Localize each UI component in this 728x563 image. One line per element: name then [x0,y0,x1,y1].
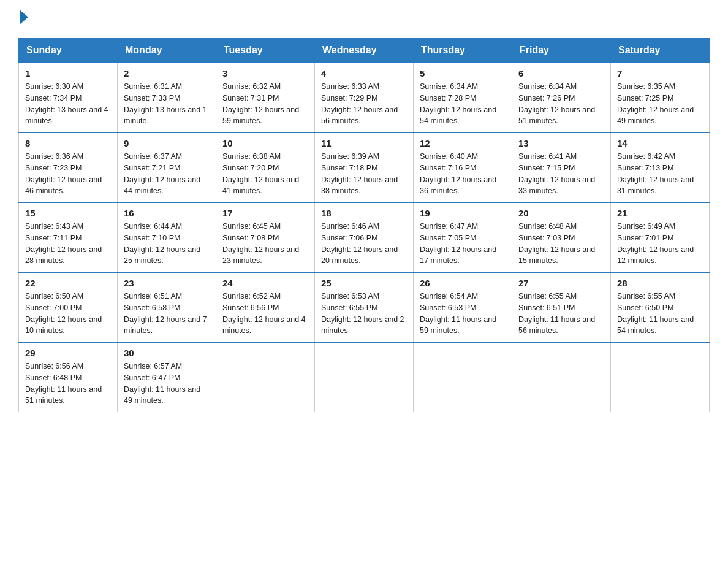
calendar-cell: 3Sunrise: 6:32 AMSunset: 7:31 PMDaylight… [216,63,315,132]
day-info: Sunrise: 6:51 AMSunset: 6:58 PMDaylight:… [124,291,210,337]
calendar-cell: 8Sunrise: 6:36 AMSunset: 7:23 PMDaylight… [19,132,118,202]
day-info: Sunrise: 6:54 AMSunset: 6:53 PMDaylight:… [420,291,506,337]
calendar-week-row: 29Sunrise: 6:56 AMSunset: 6:48 PMDayligh… [19,342,710,412]
calendar-cell [216,342,315,412]
calendar-week-row: 8Sunrise: 6:36 AMSunset: 7:23 PMDaylight… [19,132,710,202]
calendar-cell: 17Sunrise: 6:45 AMSunset: 7:08 PMDayligh… [216,202,315,272]
day-info: Sunrise: 6:43 AMSunset: 7:11 PMDaylight:… [25,221,111,267]
day-number: 5 [420,68,506,79]
calendar-table: SundayMondayTuesdayWednesdayThursdayFrid… [18,38,710,412]
day-number: 27 [518,278,604,288]
day-number: 14 [617,138,703,148]
calendar-cell: 20Sunrise: 6:48 AMSunset: 7:03 PMDayligh… [512,202,611,272]
calendar-week-row: 22Sunrise: 6:50 AMSunset: 7:00 PMDayligh… [19,272,710,342]
day-number: 2 [124,68,210,79]
day-number: 19 [420,208,506,218]
calendar-cell: 4Sunrise: 6:33 AMSunset: 7:29 PMDaylight… [315,63,414,132]
day-info: Sunrise: 6:47 AMSunset: 7:05 PMDaylight:… [420,221,506,267]
day-number: 22 [25,278,111,288]
day-number: 11 [321,138,407,148]
day-info: Sunrise: 6:31 AMSunset: 7:33 PMDaylight:… [124,81,210,127]
day-info: Sunrise: 6:38 AMSunset: 7:20 PMDaylight:… [222,151,308,197]
logo [18,12,28,26]
day-info: Sunrise: 6:45 AMSunset: 7:08 PMDaylight:… [222,221,308,267]
calendar-cell: 16Sunrise: 6:44 AMSunset: 7:10 PMDayligh… [118,202,216,272]
calendar-cell: 28Sunrise: 6:55 AMSunset: 6:50 PMDayligh… [611,272,710,342]
day-info: Sunrise: 6:57 AMSunset: 6:47 PMDaylight:… [124,361,210,407]
day-info: Sunrise: 6:37 AMSunset: 7:21 PMDaylight:… [124,151,210,197]
day-number: 17 [222,208,308,218]
calendar-cell: 15Sunrise: 6:43 AMSunset: 7:11 PMDayligh… [19,202,118,272]
calendar-cell: 26Sunrise: 6:54 AMSunset: 6:53 PMDayligh… [414,272,512,342]
calendar-header-thursday: Thursday [414,39,512,63]
day-info: Sunrise: 6:34 AMSunset: 7:26 PMDaylight:… [518,81,604,127]
day-info: Sunrise: 6:50 AMSunset: 7:00 PMDaylight:… [25,291,111,337]
calendar-cell [512,342,611,412]
day-info: Sunrise: 6:34 AMSunset: 7:28 PMDaylight:… [420,81,506,127]
day-number: 30 [124,348,210,358]
calendar-cell: 1Sunrise: 6:30 AMSunset: 7:34 PMDaylight… [19,63,118,132]
calendar-header-monday: Monday [118,39,216,63]
calendar-cell: 2Sunrise: 6:31 AMSunset: 7:33 PMDaylight… [118,63,216,132]
calendar-cell: 12Sunrise: 6:40 AMSunset: 7:16 PMDayligh… [414,132,512,202]
day-number: 12 [420,138,506,148]
calendar-cell: 19Sunrise: 6:47 AMSunset: 7:05 PMDayligh… [414,202,512,272]
calendar-header-sunday: Sunday [19,39,118,63]
day-number: 8 [25,138,111,148]
day-number: 24 [222,278,308,288]
day-info: Sunrise: 6:39 AMSunset: 7:18 PMDaylight:… [321,151,407,197]
calendar-header-saturday: Saturday [611,39,710,63]
day-info: Sunrise: 6:49 AMSunset: 7:01 PMDaylight:… [617,221,703,267]
calendar-cell [414,342,512,412]
day-number: 20 [518,208,604,218]
day-info: Sunrise: 6:52 AMSunset: 6:56 PMDaylight:… [222,291,308,337]
calendar-cell: 25Sunrise: 6:53 AMSunset: 6:55 PMDayligh… [315,272,414,342]
day-info: Sunrise: 6:32 AMSunset: 7:31 PMDaylight:… [222,81,308,127]
day-info: Sunrise: 6:33 AMSunset: 7:29 PMDaylight:… [321,81,407,127]
day-info: Sunrise: 6:30 AMSunset: 7:34 PMDaylight:… [25,81,111,127]
calendar-cell: 22Sunrise: 6:50 AMSunset: 7:00 PMDayligh… [19,272,118,342]
calendar-cell [611,342,710,412]
calendar-cell: 24Sunrise: 6:52 AMSunset: 6:56 PMDayligh… [216,272,315,342]
calendar-cell: 27Sunrise: 6:55 AMSunset: 6:51 PMDayligh… [512,272,611,342]
calendar-week-row: 1Sunrise: 6:30 AMSunset: 7:34 PMDaylight… [19,63,710,132]
calendar-cell [315,342,414,412]
calendar-header-friday: Friday [512,39,611,63]
day-info: Sunrise: 6:55 AMSunset: 6:50 PMDaylight:… [617,291,703,337]
calendar-cell: 18Sunrise: 6:46 AMSunset: 7:06 PMDayligh… [315,202,414,272]
day-info: Sunrise: 6:41 AMSunset: 7:15 PMDaylight:… [518,151,604,197]
calendar-week-row: 15Sunrise: 6:43 AMSunset: 7:11 PMDayligh… [19,202,710,272]
day-number: 18 [321,208,407,218]
day-info: Sunrise: 6:44 AMSunset: 7:10 PMDaylight:… [124,221,210,267]
day-info: Sunrise: 6:48 AMSunset: 7:03 PMDaylight:… [518,221,604,267]
calendar-cell: 11Sunrise: 6:39 AMSunset: 7:18 PMDayligh… [315,132,414,202]
day-number: 25 [321,278,407,288]
calendar-cell: 7Sunrise: 6:35 AMSunset: 7:25 PMDaylight… [611,63,710,132]
calendar-cell: 23Sunrise: 6:51 AMSunset: 6:58 PMDayligh… [118,272,216,342]
day-number: 26 [420,278,506,288]
calendar-cell: 14Sunrise: 6:42 AMSunset: 7:13 PMDayligh… [611,132,710,202]
day-info: Sunrise: 6:40 AMSunset: 7:16 PMDaylight:… [420,151,506,197]
day-info: Sunrise: 6:35 AMSunset: 7:25 PMDaylight:… [617,81,703,127]
calendar-cell: 21Sunrise: 6:49 AMSunset: 7:01 PMDayligh… [611,202,710,272]
day-number: 23 [124,278,210,288]
day-number: 13 [518,138,604,148]
calendar-cell: 29Sunrise: 6:56 AMSunset: 6:48 PMDayligh… [19,342,118,412]
day-number: 16 [124,208,210,218]
calendar-cell: 30Sunrise: 6:57 AMSunset: 6:47 PMDayligh… [118,342,216,412]
calendar-header-tuesday: Tuesday [216,39,315,63]
calendar-header-wednesday: Wednesday [315,39,414,63]
calendar-cell: 6Sunrise: 6:34 AMSunset: 7:26 PMDaylight… [512,63,611,132]
calendar-cell: 10Sunrise: 6:38 AMSunset: 7:20 PMDayligh… [216,132,315,202]
day-number: 6 [518,68,604,79]
day-info: Sunrise: 6:46 AMSunset: 7:06 PMDaylight:… [321,221,407,267]
logo-triangle-icon [20,10,28,25]
day-info: Sunrise: 6:36 AMSunset: 7:23 PMDaylight:… [25,151,111,197]
day-number: 1 [25,68,111,79]
day-number: 9 [124,138,210,148]
day-number: 21 [617,208,703,218]
day-number: 15 [25,208,111,218]
calendar-cell: 9Sunrise: 6:37 AMSunset: 7:21 PMDaylight… [118,132,216,202]
calendar-cell: 13Sunrise: 6:41 AMSunset: 7:15 PMDayligh… [512,132,611,202]
calendar-header-row: SundayMondayTuesdayWednesdayThursdayFrid… [19,39,710,63]
